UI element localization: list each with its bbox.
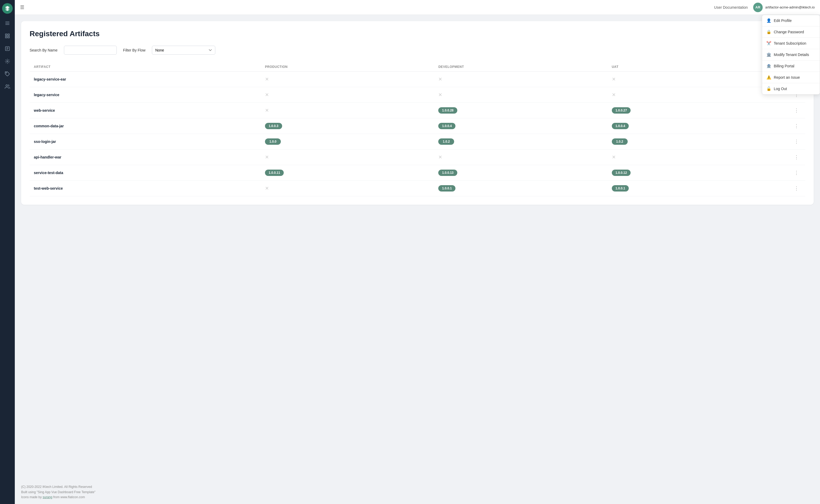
svg-point-10 (6, 85, 8, 87)
version-badge: 1.0.0.27 (612, 107, 631, 114)
artifact-name: common-data-jar (34, 124, 265, 128)
billing-icon: 🏦 (766, 64, 771, 68)
user-avatar[interactable]: AR (753, 3, 763, 12)
search-label: Search By Name (30, 48, 58, 52)
production-cell: ✕ (265, 154, 438, 160)
logo-icon (4, 6, 10, 11)
svg-rect-5 (6, 36, 7, 38)
user-email[interactable]: artifactor-acme-admin@iktech.io (765, 5, 815, 9)
version-badge: 1.0.0.1 (612, 185, 629, 192)
artifact-name: legacy-service-ear (34, 77, 265, 81)
table-row: sso-login-jar1.0.01.0.21.0.2⋮ (30, 134, 805, 150)
table-row: web-service✕1.0.0.281.0.0.27⋮ (30, 103, 805, 118)
sidebar-item-dashboard[interactable] (2, 31, 13, 41)
artifacts-card: Registered Artifacts Search By Name Filt… (21, 21, 814, 205)
sidebar-item-menu[interactable] (2, 18, 13, 29)
production-cell: ✕ (265, 92, 438, 98)
page-footer: (C) 2020-2022 IKtech Limited. All Rights… (15, 480, 820, 504)
artifact-name: service-test-data (34, 171, 265, 175)
production-cell: ✕ (265, 185, 438, 191)
svg-rect-3 (6, 34, 7, 36)
row-menu-button[interactable]: ⋮ (785, 184, 801, 192)
footer-copyright: (C) 2020-2022 IKtech Limited. All Rights… (21, 484, 814, 489)
main-content: ☰ User Documentation AR artifactor-acme-… (15, 0, 820, 504)
report-icon: ⚠️ (766, 75, 771, 80)
col-uat: UAT (612, 65, 785, 69)
version-badge: 1.0.0.1 (438, 185, 455, 192)
footer-icons-author-link[interactable]: surang (43, 495, 52, 499)
development-cell: ✕ (438, 154, 612, 160)
version-badge: 1.0.0.3 (265, 123, 282, 129)
dropdown-item-report-issue[interactable]: ⚠️ Report an Issue (762, 72, 820, 83)
table-row: service-test-data1.0.0.111.0.0.131.0.0.1… (30, 165, 805, 181)
tenant-subscription-label: Tenant Subscription (774, 41, 806, 45)
sidebar (0, 0, 15, 504)
user-documentation-link[interactable]: User Documentation (714, 5, 748, 10)
edit-profile-label: Edit Profile (774, 18, 792, 23)
table-row: test-web-service✕1.0.0.11.0.0.1⋮ (30, 181, 805, 196)
uat-cell: 1.0.0.1 (612, 185, 785, 192)
col-production: PRODUCTION (265, 65, 438, 69)
artifact-name: api-handler-war (34, 155, 265, 159)
development-cell: 1.0.0.4 (438, 123, 612, 129)
svg-rect-4 (8, 34, 10, 36)
version-badge: 1.0.0.28 (438, 107, 457, 114)
production-cell: 1.0.0 (265, 138, 438, 145)
filter-flow-select[interactable]: None (152, 46, 215, 55)
development-cell: 1.0.2 (438, 138, 612, 145)
search-input[interactable] (64, 46, 117, 55)
dropdown-item-tenant-subscription[interactable]: ✂️ Tenant Subscription (762, 38, 820, 49)
sidebar-item-integrations[interactable] (2, 56, 13, 67)
report-issue-label: Report an Issue (774, 75, 800, 80)
development-cell: 1.0.0.28 (438, 107, 612, 114)
sidebar-item-reports[interactable] (2, 43, 13, 54)
sidebar-item-users[interactable] (2, 81, 13, 92)
row-menu-button[interactable]: ⋮ (785, 122, 801, 130)
edit-profile-icon: 👤 (766, 18, 771, 23)
production-cell: 1.0.0.3 (265, 123, 438, 129)
uat-cell: ✕ (612, 154, 785, 160)
table-row: common-data-jar1.0.0.31.0.0.41.0.0.4⋮ (30, 118, 805, 134)
version-badge: 1.0.0.12 (612, 170, 631, 176)
lock-icon: 🔒 (766, 30, 771, 34)
dropdown-item-edit-profile[interactable]: 👤 Edit Profile (762, 15, 820, 26)
version-badge: 1.0.2 (612, 138, 628, 145)
artifacts-table: ARTIFACT PRODUCTION DEVELOPMENT UAT lega… (30, 62, 805, 196)
development-cell: 1.0.0.1 (438, 185, 612, 192)
dropdown-item-change-password[interactable]: 🔒 Change Password (762, 26, 820, 38)
sidebar-item-tags[interactable] (2, 69, 13, 79)
filter-label: Filter By Flow (123, 48, 146, 52)
dropdown-item-billing-portal[interactable]: 🏦 Billing Portal (762, 60, 820, 72)
uat-cell: ✕ (612, 76, 785, 82)
logout-icon: 🔓 (766, 86, 771, 91)
row-menu-button[interactable]: ⋮ (785, 153, 801, 161)
dropdown-item-modify-tenant[interactable]: 🏛️ Modify Tenant Details (762, 49, 820, 60)
row-menu-button[interactable]: ⋮ (785, 106, 801, 114)
col-development: DEVELOPMENT (438, 65, 612, 69)
building-icon: 🏛️ (766, 52, 771, 57)
row-menu-button[interactable]: ⋮ (785, 169, 801, 177)
page-title: Registered Artifacts (30, 30, 805, 38)
row-menu-button[interactable]: ⋮ (785, 138, 801, 146)
menu-toggle-button[interactable]: ☰ (20, 4, 24, 10)
svg-point-8 (7, 61, 8, 62)
artifact-name: legacy-service (34, 93, 265, 97)
col-artifact: ARTIFACT (34, 65, 265, 69)
version-badge: 1.0.0 (265, 138, 281, 145)
filters-row: Search By Name Filter By Flow None ↻ (30, 45, 805, 55)
change-password-label: Change Password (774, 30, 804, 34)
version-badge: 1.0.0.11 (265, 170, 284, 176)
table-row: api-handler-war✕✕✕⋮ (30, 150, 805, 165)
table-body: legacy-service-ear✕✕✕⋮legacy-service✕✕✕⋮… (30, 72, 805, 196)
artifact-name: test-web-service (34, 186, 265, 190)
artifact-name: web-service (34, 108, 265, 113)
footer-icons-source: from www.flaticon.com (52, 495, 85, 499)
page-content: Registered Artifacts Search By Name Filt… (15, 15, 820, 480)
development-cell: ✕ (438, 76, 612, 82)
modify-tenant-label: Modify Tenant Details (774, 53, 809, 57)
production-cell: ✕ (265, 108, 438, 113)
dropdown-item-log-out[interactable]: 🔓 Log Out (762, 83, 820, 94)
topbar: ☰ User Documentation AR artifactor-acme-… (15, 0, 820, 15)
artifact-name: sso-login-jar (34, 139, 265, 144)
version-badge: 1.0.2 (438, 138, 454, 145)
